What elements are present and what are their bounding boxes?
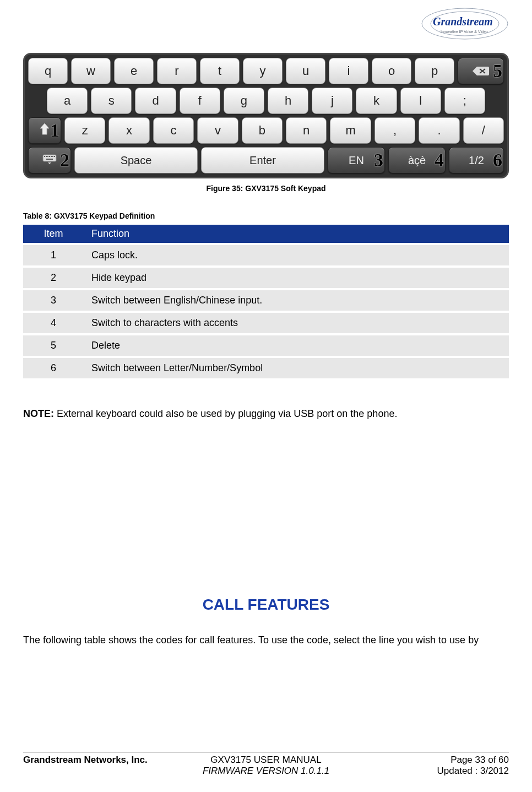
key-shift[interactable]: 1 [28,117,61,144]
key-d[interactable]: d [135,88,176,114]
badge-accents: 4 [435,150,444,171]
key-z[interactable]: z [64,117,105,144]
badge-backspace: 5 [493,61,502,82]
soft-keypad: q w e r t y u i o p 5 a s [23,53,509,178]
note-text: External keyboard could also be used by … [54,408,397,419]
key-e[interactable]: e [114,58,154,84]
key-accents[interactable]: àçè 4 [388,147,446,173]
shift-up-icon [40,123,50,138]
key-n[interactable]: n [286,117,327,144]
table-cell-function: Hide keypad [84,268,509,288]
svg-rect-7 [51,156,52,157]
key-m[interactable]: m [330,117,371,144]
key-period[interactable]: . [419,117,459,144]
table-row: 3 Switch between English/Chinese input. [23,290,509,311]
table-cell-item: 2 [23,268,84,288]
page-footer: Grandstream Networks, Inc. GXV3175 USER … [23,752,509,777]
key-k[interactable]: k [356,88,397,114]
table-cell-item: 1 [23,245,84,265]
key-h[interactable]: h [268,88,308,114]
key-w[interactable]: w [71,58,111,84]
key-hide-keypad[interactable]: 2 [28,147,71,173]
svg-rect-10 [46,159,53,160]
table-cell-function: Caps lock. [84,245,509,265]
footer-manual: GXV3175 USER MANUAL [203,755,329,766]
key-t[interactable]: t [200,58,240,84]
keyboard-icon [42,153,57,167]
key-slash[interactable]: / [463,117,504,144]
svg-rect-2 [43,155,56,161]
footer-company: Grandstream Networks, Inc. [23,755,203,766]
key-u[interactable]: u [286,58,325,84]
figure-keypad: q w e r t y u i o p 5 a s [23,53,509,193]
key-space[interactable]: Space [74,147,198,173]
key-p[interactable]: p [415,58,454,84]
badge-en: 3 [374,150,383,171]
footer-firmware: FIRMWARE VERSION 1.0.1.1 [203,766,329,777]
table-cell-item: 3 [23,290,84,311]
logo-tagline-text: Innovative IP Voice & Video [441,30,488,34]
key-g[interactable]: g [224,88,264,114]
table-cell-function: Switch between English/Chinese input. [84,290,509,311]
table-row: 1 Caps lock. [23,245,509,265]
key-c[interactable]: c [153,117,194,144]
page: Grandstream Innovative IP Voice & Video … [0,0,532,792]
key-x[interactable]: x [108,117,149,144]
section-title-call-features: CALL FEATURES [23,596,509,614]
key-y[interactable]: y [243,58,283,84]
key-s[interactable]: s [91,88,132,114]
key-semicolon[interactable]: ; [444,88,485,114]
table-row: 5 Delete [23,335,509,356]
badge-shift: 1 [50,120,59,141]
key-a[interactable]: a [47,88,88,114]
footer-updated: Updated : 3/2012 [329,766,509,777]
key-q[interactable]: q [28,58,68,84]
body-paragraph: The following table shows the codes for … [23,633,509,647]
key-accents-label: àçè [408,154,426,167]
table-cell-function: Switch between Letter/Number/Symbol [84,358,509,378]
key-backspace[interactable]: 5 [458,58,504,84]
key-o[interactable]: o [372,58,411,84]
figure-caption: Figure 35: GXV3175 Soft Keypad [23,184,509,193]
table-header-item: Item [23,225,84,243]
key-i[interactable]: i [329,58,368,84]
keypad-row-3: 1 z x c v b n m , . / [28,117,504,144]
key-f[interactable]: f [180,88,220,114]
badge-mode: 6 [493,150,502,171]
keypad-row-1: q w e r t y u i o p 5 [28,58,504,84]
key-en-label: EN [349,154,364,167]
keypad-row-4: 2 Space Enter EN 3 àçè 4 1/2 6 [28,147,504,173]
key-mode-switch[interactable]: 1/2 6 [449,147,504,173]
key-b[interactable]: b [242,117,283,144]
svg-rect-8 [52,156,53,157]
table-header-function: Function [84,225,509,243]
footer-blank [23,766,203,777]
key-mode-label: 1/2 [469,154,484,167]
table-row: 2 Hide keypad [23,268,509,288]
table-cell-item: 4 [23,313,84,333]
table-header-row: Item Function [23,225,509,243]
footer-page: Page 33 of 60 [329,755,509,766]
table-cell-item: 5 [23,335,84,356]
table-caption: Table 8: GXV3175 Keypad Definition [23,211,509,220]
badge-hide: 2 [60,150,69,171]
table-cell-function: Delete [84,335,509,356]
table-cell-item: 6 [23,358,84,378]
backspace-icon [473,66,489,77]
key-v[interactable]: v [197,117,238,144]
key-l[interactable]: l [400,88,441,114]
key-enter[interactable]: Enter [201,147,324,173]
svg-rect-6 [49,156,50,157]
key-j[interactable]: j [312,88,352,114]
table-cell-function: Switch to characters with accents [84,313,509,333]
keypad-row-2: a s d f g h j k l ; [28,88,504,114]
key-r[interactable]: r [157,58,197,84]
key-comma[interactable]: , [374,117,415,144]
table-row: 4 Switch to characters with accents [23,313,509,333]
note-paragraph: NOTE: External keyboard could also be us… [23,408,509,420]
table-row: 6 Switch between Letter/Number/Symbol [23,358,509,378]
keypad-definition-table: Item Function 1 Caps lock. 2 Hide keypad… [23,223,509,381]
svg-rect-3 [44,156,45,157]
svg-rect-9 [54,156,55,157]
key-language-en[interactable]: EN 3 [328,147,385,173]
